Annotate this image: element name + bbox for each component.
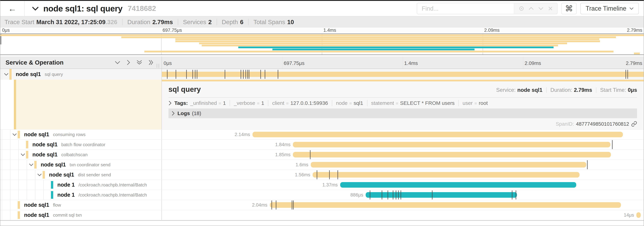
span-bar[interactable]: [313, 172, 580, 178]
span-row[interactable]: node sql1 txn coordinator send 1.6ms: [0, 160, 644, 170]
span-row[interactable]: node sql1 dist sender send 1.56ms: [0, 170, 644, 180]
timeline-minimap[interactable]: [0, 34, 644, 55]
span-bar[interactable]: [162, 72, 644, 77]
span-bar-cell[interactable]: 1.84ms: [162, 140, 644, 149]
span-bar[interactable]: [366, 192, 517, 198]
span-tree-item[interactable]: node sql1 consuming rows: [0, 130, 162, 139]
ruler-tick-label: 0μs: [2, 28, 10, 33]
divider: [367, 100, 368, 106]
span-bar-cell[interactable]: 1.6ms: [162, 160, 644, 170]
span-bar-cell[interactable]: 1.56ms: [162, 170, 644, 180]
log-marker-tick: [310, 150, 310, 159]
indent-guide: [10, 140, 10, 149]
ruler-tick-label: 697.75μs: [162, 28, 182, 33]
indent-guide: [2, 190, 2, 200]
expand-all-double-chevron-down-icon[interactable]: [136, 60, 142, 65]
logs-label: Logs: [178, 110, 190, 116]
span-bar-cell[interactable]: 1.37ms: [162, 180, 644, 190]
span-bar[interactable]: [636, 212, 641, 218]
indent-guide: [2, 69, 2, 80]
span-tree-item[interactable]: node sql1 txn coordinator send: [0, 160, 162, 170]
service-color-bar: [18, 131, 20, 138]
column-resize-grip[interactable]: [157, 64, 159, 68]
collapse-all-chevron-down-icon[interactable]: [115, 61, 120, 64]
span-row[interactable]: node sql1 sql query: [0, 69, 644, 80]
span-bar-cell[interactable]: 886μs: [162, 190, 644, 200]
span-bar[interactable]: [293, 152, 611, 157]
span-bar-cell[interactable]: [162, 69, 644, 80]
indent-guide: [10, 200, 10, 210]
clear-find-icon[interactable]: [548, 6, 553, 11]
span-row[interactable]: node sql1 batch flow coordinator 1.84ms: [0, 140, 644, 150]
expand-chevron-icon[interactable]: [12, 133, 18, 136]
ruler-tick-label: 2.09ms: [484, 28, 500, 33]
log-marker-tick: [186, 70, 187, 79]
span-id-row: SpanID: 4877749850101760812: [168, 121, 637, 127]
command-icon: ⌘: [565, 4, 573, 13]
log-marker-tick: [195, 70, 195, 79]
indent-guide: [43, 180, 44, 190]
span-bar-cell[interactable]: 2.04ms: [162, 200, 644, 210]
prev-match-icon[interactable]: [528, 7, 534, 11]
find-group: [417, 3, 558, 14]
span-tree-item[interactable]: node sql1 commit sql txn: [0, 210, 162, 220]
span-row[interactable]: node sql1 colbatchscan 1.85ms: [0, 150, 644, 160]
expand-chevron-icon[interactable]: [20, 153, 26, 156]
indent-guide: [35, 180, 35, 190]
indent-guide: [2, 160, 2, 170]
span-tree-item[interactable]: node 1 /cockroach.roachpb.Internal/Batch: [0, 180, 162, 190]
span-bar[interactable]: [252, 132, 623, 137]
view-selector-button[interactable]: Trace Timeline: [580, 3, 639, 14]
start-time-label: Start Time:: [600, 87, 626, 93]
span-tree-item[interactable]: node sql1 colbatchscan: [0, 150, 162, 159]
span-tree-item[interactable]: node sql1 batch flow coordinator: [0, 140, 162, 149]
span-bar-cell[interactable]: 1.85ms: [162, 150, 644, 159]
span-bar-cell[interactable]: 2.14ms: [162, 130, 644, 139]
tags-toggle-row[interactable]: Tags: _unfinished=1_verbose=1client=127.…: [168, 98, 637, 108]
span-bar[interactable]: [340, 182, 576, 188]
expand-chevron-icon[interactable]: [3, 73, 9, 76]
back-button[interactable]: ←: [0, 1, 24, 16]
span-row[interactable]: node sql1 commit sql txn 14μs: [0, 210, 644, 220]
keyboard-shortcuts-button[interactable]: ⌘: [561, 3, 576, 14]
expand-chevron-icon[interactable]: [28, 163, 34, 166]
span-duration-label: 1.85ms: [275, 152, 291, 157]
copy-link-icon[interactable]: [631, 121, 637, 127]
logs-toggle-row[interactable]: Logs (18): [168, 108, 637, 118]
span-tree-item[interactable]: node 1 /cockroach.roachpb.Internal/Batch: [0, 190, 162, 200]
expand-chevron-icon[interactable]: [36, 173, 43, 176]
span-row[interactable]: node sql1 consuming rows 2.14ms: [0, 130, 644, 140]
collapse-trace-chevron-icon[interactable]: [32, 7, 39, 11]
span-tree-item[interactable]: node sql1 flow: [0, 200, 162, 210]
find-input[interactable]: [417, 3, 514, 14]
tag-item: statement=SELECT * FROM users: [371, 100, 454, 106]
span-tree-item[interactable]: node sql1 sql query: [0, 69, 162, 80]
span-bar[interactable]: [311, 162, 586, 167]
span-row[interactable]: node 1 /cockroach.roachpb.Internal/Batch…: [0, 190, 644, 200]
span-bar[interactable]: [293, 142, 610, 147]
span-detail-panel: sql query Service:node sql1 Duration:2.7…: [162, 80, 644, 129]
span-bar-cell[interactable]: 14μs: [162, 210, 644, 220]
collapse-all-double-chevron-right-icon[interactable]: [148, 60, 154, 65]
collapse-one-chevron-right-icon[interactable]: [126, 60, 130, 65]
span-tree-item[interactable]: node sql1 dist sender send: [0, 170, 162, 180]
chevron-right-icon: [168, 101, 172, 106]
operation-name: colbatchscan: [61, 152, 88, 157]
indent-guide: [10, 130, 10, 139]
indent-guide: [10, 190, 10, 200]
trace-summary-bar: Trace Start March 31 2022, 17:25:09.326 …: [0, 16, 644, 28]
service-color-bar: [34, 161, 36, 168]
service-name: node sql1: [24, 202, 49, 208]
span-duration-label: 14μs: [624, 212, 634, 218]
divider: [178, 19, 178, 25]
log-marker-tick: [388, 190, 388, 199]
divider: [122, 19, 122, 25]
span-bar[interactable]: [270, 202, 621, 208]
next-match-icon[interactable]: [538, 7, 544, 11]
span-row[interactable]: node sql1 flow 2.04ms: [0, 200, 644, 210]
spacer: [0, 55, 644, 56]
span-rows: node sql1 sql query sql query Service:no…: [0, 69, 644, 221]
span-row[interactable]: node 1 /cockroach.roachpb.Internal/Batch…: [0, 180, 644, 190]
service-color-bar: [26, 151, 28, 158]
match-locate-icon[interactable]: [519, 6, 524, 11]
